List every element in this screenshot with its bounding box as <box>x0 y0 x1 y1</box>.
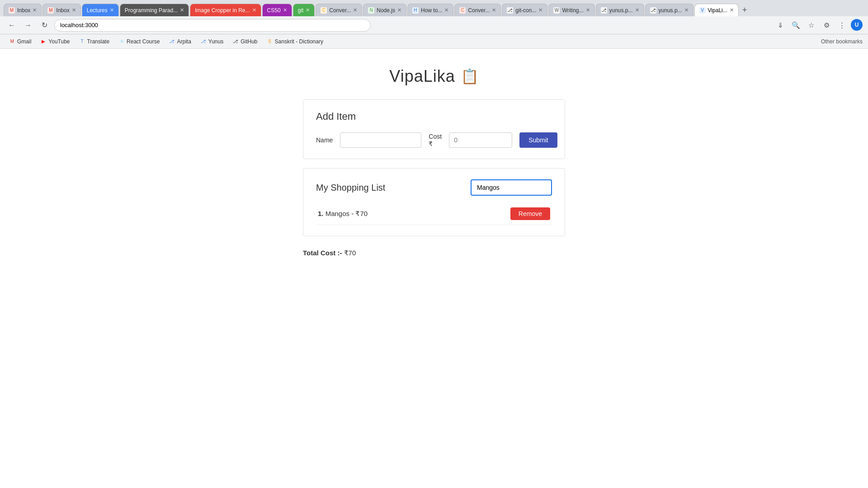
tab-close-yunus1[interactable]: ✕ <box>635 7 639 13</box>
tab-label-nodejs: Node.js <box>377 7 395 14</box>
tab-inbox1[interactable]: M Inbox ✕ <box>4 4 42 16</box>
tab-prog[interactable]: Programming Parad... ✕ <box>120 4 189 16</box>
other-bookmarks[interactable]: Other bookmarks <box>821 38 863 45</box>
bookmark-github[interactable]: ⎇ GitHub <box>229 38 261 46</box>
back-button[interactable]: ← <box>5 19 18 32</box>
zoom-icon[interactable]: 🔍 <box>789 19 802 32</box>
bookmark-yunus[interactable]: ⎇ Yunus <box>197 38 227 46</box>
tab-favicon-howto: H <box>412 7 419 14</box>
tab-favicon-writing: W <box>553 7 560 14</box>
bookmark-sanskrit[interactable]: S Sanskrit - Dictionary <box>263 38 327 46</box>
tab-close-css50[interactable]: ✕ <box>283 7 287 13</box>
tab-favicon-inbox1: M <box>9 7 15 14</box>
bookmark-youtube-icon: ▶ <box>40 38 47 45</box>
add-item-card: Add Item Name Cost ₹ Submit <box>303 99 565 159</box>
bookmark-icon[interactable]: ☆ <box>805 19 817 32</box>
shopping-list-header: My Shopping List <box>316 179 552 196</box>
bookmark-github-label: GitHub <box>241 38 257 45</box>
tab-bar: M Inbox ✕ M Inbox ✕ Lectures ✕ Programmi… <box>0 0 868 16</box>
tab-gitcon[interactable]: ⎇ git-con... ✕ <box>502 4 547 16</box>
tab-imgcrop[interactable]: Image Cropper in Re... ✕ <box>190 4 261 16</box>
tab-favicon-inbox2: M <box>47 7 54 14</box>
tab-label-howto: How to... <box>421 7 442 14</box>
cost-input[interactable] <box>449 132 512 148</box>
tab-yunus2[interactable]: ⎇ yunus.p... ✕ <box>645 4 693 16</box>
tab-label-lectures: Lectures <box>87 7 108 14</box>
bookmark-gmail[interactable]: M Gmail <box>5 38 35 46</box>
forward-button[interactable]: → <box>22 19 34 32</box>
submit-button[interactable]: Submit <box>519 132 557 148</box>
tab-label-inbox2: Inbox <box>56 7 69 14</box>
tab-label-css50: CS50 <box>267 7 281 14</box>
add-item-title: Add Item <box>316 111 552 122</box>
new-tab-button[interactable]: + <box>740 4 750 16</box>
tab-label-imgcrop: Image Cropper in Re... <box>195 7 250 14</box>
tab-css50[interactable]: CS50 ✕ <box>262 4 292 16</box>
list-item-name: Mangos - ₹70 <box>326 210 368 217</box>
tab-conv2[interactable]: C Conver... ✕ <box>454 4 501 16</box>
total-cost-value: ₹70 <box>344 249 356 257</box>
tab-git[interactable]: git ✕ <box>293 4 315 16</box>
shopping-list-card: My Shopping List 1. Mangos - ₹70 Remove <box>303 168 565 236</box>
total-cost-row: Total Cost :- ₹70 <box>303 249 565 257</box>
tab-writing[interactable]: W Writing... ✕ <box>548 4 594 16</box>
tab-vipalika[interactable]: V VipaLi... ✕ <box>694 4 739 16</box>
bookmark-translate[interactable]: T Translate <box>75 38 113 46</box>
tab-lectures[interactable]: Lectures ✕ <box>82 4 119 16</box>
bookmark-arpita-icon: ⎇ <box>169 38 175 45</box>
tab-label-yunus1: yunus.p... <box>609 7 633 14</box>
tab-close-inbox2[interactable]: ✕ <box>72 7 76 13</box>
tab-close-imgcrop[interactable]: ✕ <box>252 7 256 13</box>
total-cost-label: Total Cost :- <box>303 249 342 257</box>
downloads-icon[interactable]: ⇓ <box>774 19 787 32</box>
app-title: VipaLika <box>389 67 455 86</box>
bookmarks-bar: M Gmail ▶ YouTube T Translate ⚛ React Co… <box>0 34 868 49</box>
tab-close-conv2[interactable]: ✕ <box>492 7 496 13</box>
tab-conv1[interactable]: C Conver... ✕ <box>316 4 362 16</box>
tab-close-howto[interactable]: ✕ <box>444 7 448 13</box>
bookmark-gmail-icon: M <box>9 38 15 45</box>
page-content: VipaLika 📋 Add Item Name Cost ₹ Submit M… <box>0 49 868 488</box>
bookmark-arpita[interactable]: ⎇ Arpita <box>165 38 194 46</box>
bookmark-sanskrit-icon: S <box>267 38 273 45</box>
name-label: Name <box>316 136 333 144</box>
tab-close-git[interactable]: ✕ <box>306 7 310 13</box>
tab-yunus1[interactable]: ⎇ yunus.p... ✕ <box>596 4 644 16</box>
address-bar[interactable] <box>54 19 371 32</box>
tab-label-yunus2: yunus.p... <box>659 7 682 14</box>
tab-close-prog[interactable]: ✕ <box>180 7 184 13</box>
tab-favicon-yunus2: ⎇ <box>650 7 656 14</box>
tab-close-vipalika[interactable]: ✕ <box>730 7 734 13</box>
bookmark-react-course[interactable]: ⚛ React Course <box>115 38 163 46</box>
tab-inbox2[interactable]: M Inbox ✕ <box>42 4 80 16</box>
app-title-icon: 📋 <box>461 68 479 85</box>
list-item: 1. Mangos - ₹70 Remove <box>316 203 552 225</box>
search-input[interactable] <box>471 179 552 196</box>
bookmark-youtube[interactable]: ▶ YouTube <box>37 38 73 46</box>
tab-favicon-nodejs: N <box>368 7 374 14</box>
tab-howto[interactable]: H How to... ✕ <box>407 4 453 16</box>
tab-label-vipalika: VipaLi... <box>708 7 727 14</box>
browser-window: M Inbox ✕ M Inbox ✕ Lectures ✕ Programmi… <box>0 0 868 488</box>
tab-label-conv1: Conver... <box>329 7 351 14</box>
tab-close-lectures[interactable]: ✕ <box>110 7 114 13</box>
tab-close-inbox1[interactable]: ✕ <box>33 7 37 13</box>
tab-close-conv1[interactable]: ✕ <box>353 7 357 13</box>
shopping-list-title: My Shopping List <box>316 183 385 193</box>
bookmark-yunus-icon: ⎇ <box>200 38 207 45</box>
profile-avatar[interactable]: U <box>851 19 863 31</box>
bookmark-react-icon: ⚛ <box>118 38 125 45</box>
bookmark-translate-label: Translate <box>87 38 110 45</box>
add-item-form: Name Cost ₹ Submit <box>316 132 552 148</box>
tab-close-gitcon[interactable]: ✕ <box>538 7 542 13</box>
tab-label-gitcon: git-con... <box>515 7 536 14</box>
tab-close-yunus2[interactable]: ✕ <box>684 7 689 13</box>
tab-close-writing[interactable]: ✕ <box>586 7 590 13</box>
more-menu-icon[interactable]: ⋮ <box>835 19 848 32</box>
name-input[interactable] <box>340 132 421 148</box>
tab-nodejs[interactable]: N Node.js ✕ <box>363 4 406 16</box>
tab-close-nodejs[interactable]: ✕ <box>397 7 401 13</box>
remove-button[interactable]: Remove <box>510 207 550 220</box>
reload-button[interactable]: ↻ <box>38 19 51 32</box>
extensions-icon[interactable]: ⚙ <box>820 19 833 32</box>
